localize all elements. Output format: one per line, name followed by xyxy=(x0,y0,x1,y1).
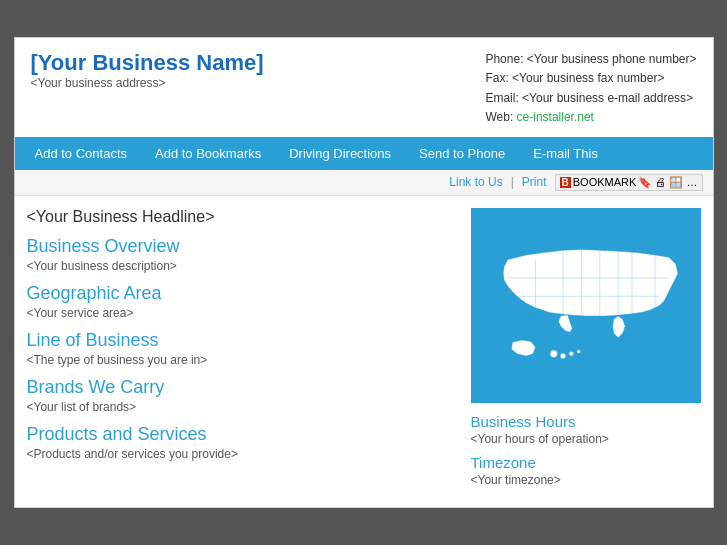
bookmark-label: BOOKMARK xyxy=(573,176,637,188)
bookmark-badge[interactable]: B BOOKMARK 🔖 🖨 🪟 … xyxy=(555,174,703,191)
section-title-1: Geographic Area xyxy=(27,283,457,304)
nav-add-contacts[interactable]: Add to Contacts xyxy=(21,137,142,170)
section-title-4: Products and Services xyxy=(27,424,457,445)
email-info: Email: <Your business e-mail address> xyxy=(485,89,696,108)
header-right: Phone: <Your business phone number> Fax:… xyxy=(485,50,696,127)
section-desc-2: <The type of business you are in> xyxy=(27,353,457,367)
bookmark-b-icon: B xyxy=(560,177,571,188)
web-info: Web: ce-installer.net xyxy=(485,108,696,127)
business-headline: <Your Business Headline> xyxy=(27,208,457,226)
section-desc-3: <Your list of brands> xyxy=(27,400,457,414)
header-left: [Your Business Name] <Your business addr… xyxy=(31,50,264,127)
svg-point-8 xyxy=(576,350,580,354)
nav-driving-directions[interactable]: Driving Directions xyxy=(275,137,405,170)
right-section-title-1: Timezone xyxy=(471,454,701,471)
web-label: Web: xyxy=(485,110,516,124)
section-desc-1: <Your service area> xyxy=(27,306,457,320)
phone-info: Phone: <Your business phone number> xyxy=(485,50,696,69)
print-link[interactable]: Print xyxy=(522,175,547,189)
section-title-0: Business Overview xyxy=(27,236,457,257)
nav-add-bookmarks[interactable]: Add to Bookmarks xyxy=(141,137,275,170)
right-section-desc-1: <Your timezone> xyxy=(471,473,701,487)
right-section-title-0: Business Hours xyxy=(471,413,701,430)
header: [Your Business Name] <Your business addr… xyxy=(15,38,713,137)
main-content: <Your Business Headline> Business Overvi… xyxy=(15,196,713,507)
toolbar: Link to Us | Print B BOOKMARK 🔖 🖨 🪟 … xyxy=(15,170,713,196)
us-map-icon xyxy=(471,208,701,403)
content-left: <Your Business Headline> Business Overvi… xyxy=(27,208,457,495)
nav-send-to-phone[interactable]: Send to Phone xyxy=(405,137,519,170)
fax-info: Fax: <Your business fax number> xyxy=(485,69,696,88)
business-name: [Your Business Name] xyxy=(31,50,264,76)
toolbar-separator: | xyxy=(511,175,514,189)
section-desc-0: <Your business description> xyxy=(27,259,457,273)
right-section-desc-0: <Your hours of operation> xyxy=(471,432,701,446)
navbar: Add to Contacts Add to Bookmarks Driving… xyxy=(15,137,713,170)
bookmark-icons: 🔖 🖨 🪟 … xyxy=(638,176,697,189)
section-title-2: Line of Business xyxy=(27,330,457,351)
nav-email-this[interactable]: E-mail This xyxy=(519,137,612,170)
svg-point-6 xyxy=(560,353,566,359)
page-wrapper: [Your Business Name] <Your business addr… xyxy=(14,37,714,508)
link-to-us[interactable]: Link to Us xyxy=(449,175,502,189)
svg-point-7 xyxy=(568,351,573,356)
section-title-3: Brands We Carry xyxy=(27,377,457,398)
business-address: <Your business address> xyxy=(31,76,264,90)
svg-point-5 xyxy=(550,350,557,357)
section-desc-4: <Products and/or services you provide> xyxy=(27,447,457,461)
content-right: Business Hours <Your hours of operation>… xyxy=(471,208,701,495)
web-link[interactable]: ce-installer.net xyxy=(517,110,594,124)
map-container xyxy=(471,208,701,403)
